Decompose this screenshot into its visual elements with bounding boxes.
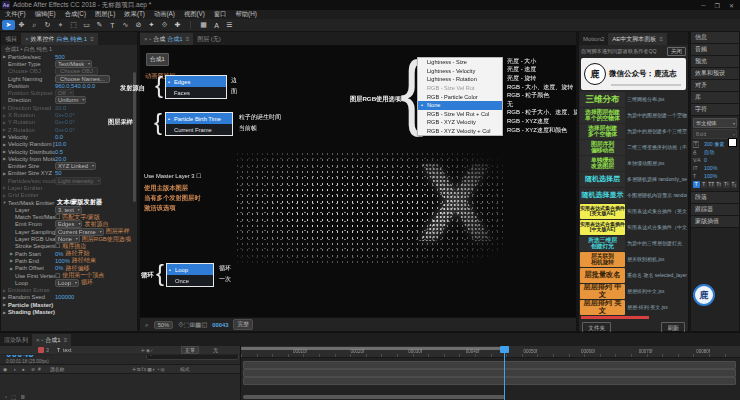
- toolbar-option-icon[interactable]: A: [210, 20, 223, 30]
- script-button[interactable]: 所选三维层 创建灯光: [580, 236, 625, 251]
- tracking-value[interactable]: 0: [704, 157, 707, 163]
- menu-item[interactable]: 图层(L): [95, 10, 115, 19]
- effect-property-row[interactable]: ▶ Z Rotation 0x+0.0°: [1, 126, 132, 133]
- panel-header[interactable]: 信息: [691, 32, 739, 44]
- scrollbar[interactable]: [133, 72, 136, 202]
- effect-property-row[interactable]: Layer RGB Usage None 图层RGB使用选项: [1, 235, 132, 242]
- effect-property-row[interactable]: Particles/sec modifier Light intensity: [1, 177, 132, 184]
- expander-icon[interactable]: ▶: [1, 185, 8, 190]
- font-style-toggle[interactable]: TT: [708, 181, 715, 188]
- toolbar-option-icon[interactable]: ▦: [197, 20, 210, 30]
- menu-item[interactable]: 视图(V): [184, 10, 205, 19]
- horizontal-scale-field[interactable]: T100%: [691, 172, 739, 180]
- script-button[interactable]: 选择层创建 多个空物体: [580, 124, 625, 139]
- script-button[interactable]: 选择图层创建 单个的空物体: [580, 108, 625, 123]
- panel-header[interactable]: 库: [691, 92, 739, 104]
- tool-icon[interactable]: ✎: [93, 20, 106, 30]
- layer-parent[interactable]: 无: [213, 347, 240, 354]
- layer-row[interactable]: 3 T text ✛ ◉ ∕ 正常 无: [0, 346, 240, 355]
- tool-icon[interactable]: ⬚: [67, 20, 80, 30]
- tab-layer-viewer[interactable]: 图层 (无): [193, 33, 225, 45]
- property-value[interactable]: 0.5: [55, 149, 63, 155]
- leading-field[interactable]: A̲自动: [691, 148, 739, 156]
- effect-property-row[interactable]: ▶ Shading (Master): [1, 308, 132, 315]
- effect-property-row[interactable]: Direction Uniform: [1, 97, 132, 104]
- layer-blend-mode[interactable]: 正常: [181, 347, 213, 354]
- expander-icon[interactable]: ▶: [1, 295, 8, 300]
- script-button[interactable]: 层层排列 中文: [580, 284, 625, 299]
- leading-value[interactable]: 自动: [704, 149, 714, 156]
- effect-property-row[interactable]: ▶ Direction Spread 20.0: [1, 104, 132, 111]
- effect-property-row[interactable]: ▶ Emission Extras: [1, 287, 132, 294]
- tool-icon[interactable]: ↻: [41, 20, 54, 30]
- property-value[interactable]: 960.0,540.0,0.0: [55, 83, 95, 89]
- expander-icon[interactable]: ▶: [1, 54, 8, 59]
- font-style-toggle[interactable]: T₁: [731, 181, 738, 188]
- property-value[interactable]: ☐: [55, 273, 60, 279]
- column-source-name[interactable]: 源名称: [50, 366, 132, 372]
- expander-icon[interactable]: ▶: [1, 302, 8, 307]
- panel-header[interactable]: 跟踪器: [691, 204, 739, 216]
- effect-property-row[interactable]: Layer 3. text: [1, 206, 132, 213]
- tool-icon[interactable]: ✦: [145, 20, 158, 30]
- effect-property-row[interactable]: ▶ Velocity Random [%] 10.0: [1, 141, 132, 148]
- layer-color-label[interactable]: [38, 347, 44, 353]
- tab-effect-controls[interactable]: 效果控件 白色 纯色 1: [21, 33, 98, 45]
- property-value[interactable]: ☐: [55, 214, 60, 220]
- vscale-value[interactable]: 100%: [704, 165, 717, 171]
- expander-icon[interactable]: ▶: [8, 266, 15, 271]
- panel-menu-icon[interactable]: [61, 337, 68, 343]
- zoom-level-dropdown[interactable]: 50%: [154, 321, 174, 329]
- toolbar-option-icon[interactable]: ☰: [223, 20, 236, 30]
- tool-icon[interactable]: ➤: [2, 20, 15, 30]
- menu-item[interactable]: 效果(T): [124, 10, 145, 19]
- playhead-line[interactable]: [504, 346, 505, 400]
- layer-toggle-icon[interactable]: ⊘: [31, 367, 35, 372]
- notice-close-button[interactable]: 关闭: [667, 47, 686, 56]
- script-button[interactable]: 层批量改名: [580, 268, 625, 283]
- layer-switches[interactable]: ✛ ◉ ∕: [141, 348, 181, 353]
- property-value[interactable]: Choose Names...: [55, 75, 110, 83]
- effect-property-row[interactable]: Choose OBJ Choose OBJ: [1, 68, 132, 75]
- property-value[interactable]: Choose OBJ: [55, 67, 98, 75]
- tab-motion2[interactable]: Motion2: [579, 33, 608, 45]
- layer-duration-bar[interactable]: [243, 377, 736, 385]
- expander-icon[interactable]: ▶: [1, 105, 8, 110]
- property-value[interactable]: ☐: [55, 243, 60, 249]
- timeline-toggle-icon[interactable]: ◔: [4, 394, 7, 400]
- tool-icon[interactable]: ⌕: [28, 20, 41, 30]
- panel-menu-icon[interactable]: [87, 36, 94, 42]
- property-value[interactable]: 10.0: [55, 141, 66, 147]
- property-value[interactable]: 3. text: [55, 206, 82, 214]
- property-value[interactable]: 0x+0.0°: [55, 127, 75, 133]
- menu-item[interactable]: 帮助(H): [236, 10, 257, 19]
- script-button[interactable]: 层层排列 英文: [580, 300, 625, 315]
- layer-toggle-icon[interactable]: ◖: [13, 367, 16, 372]
- layer-duration-bar[interactable]: [243, 361, 736, 369]
- panel-menu-icon[interactable]: [183, 36, 190, 42]
- property-value[interactable]: 500: [55, 54, 65, 60]
- timeline-graph-area[interactable]: 00010f00020f00030f00040f00050f00060f0007…: [240, 346, 740, 400]
- menu-item[interactable]: 合成(C): [65, 10, 86, 19]
- tool-icon[interactable]: ⊘: [132, 20, 145, 30]
- composition-name-chip[interactable]: 合成1: [146, 53, 169, 66]
- menu-item[interactable]: 编辑(E): [35, 10, 56, 19]
- property-value[interactable]: 0x+0.0°: [55, 119, 75, 125]
- property-value[interactable]: 0.0: [55, 134, 63, 140]
- effect-property-row[interactable]: ▶ Layer Emitter: [1, 184, 132, 191]
- expander-icon[interactable]: ▶: [1, 142, 8, 147]
- playhead-handle[interactable]: [500, 346, 509, 353]
- window-control-button[interactable]: ✕: [729, 2, 734, 9]
- viewer-timecode[interactable]: 00043: [212, 322, 228, 328]
- layer-toggle-icon[interactable]: ●: [22, 367, 25, 372]
- expander-icon[interactable]: ▶: [1, 113, 8, 118]
- tab-scripts[interactable]: AE中文脚本面板: [608, 33, 667, 45]
- script-button[interactable]: 随机选择层: [580, 172, 625, 187]
- panel-header[interactable]: 效果和预设: [691, 68, 739, 80]
- layer-toggle-icon[interactable]: ◉: [3, 367, 7, 372]
- vertical-scale-field[interactable]: IT100%: [691, 164, 739, 172]
- column-mode[interactable]: 模式: [180, 366, 210, 372]
- menu-item[interactable]: 窗口: [214, 10, 227, 19]
- panel-header[interactable]: 预览: [691, 56, 739, 68]
- tab-project[interactable]: 项目: [1, 33, 21, 45]
